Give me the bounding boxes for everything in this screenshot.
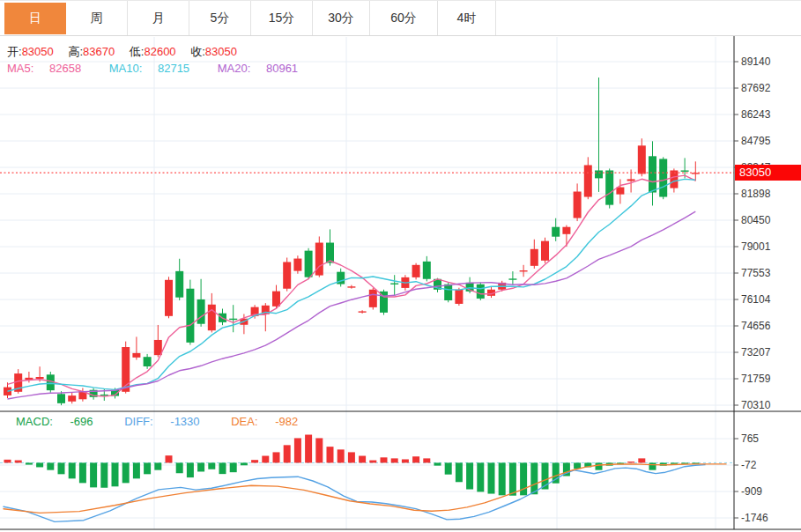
candle	[229, 305, 237, 332]
chart-canvas[interactable]: 8914087692862438479583347818988045079001…	[0, 0, 801, 532]
macd-bar	[36, 462, 43, 467]
candle	[78, 388, 86, 401]
macd-bar	[208, 462, 215, 469]
macd-bar	[100, 462, 108, 487]
candle	[595, 78, 603, 192]
macd-bar	[649, 462, 656, 469]
candle	[380, 290, 388, 315]
candle	[283, 258, 291, 292]
macd-bar	[456, 462, 463, 482]
price-axis-labels: 8914087692862438479583347818988045079001…	[734, 55, 771, 524]
candle	[359, 310, 367, 314]
candle	[347, 285, 355, 289]
candles	[4, 78, 700, 405]
macd-bar	[445, 462, 452, 474]
macd-bar	[197, 462, 204, 471]
macd-bar	[381, 457, 388, 462]
candle	[412, 263, 420, 280]
candle	[562, 225, 570, 247]
macd-bar	[122, 462, 130, 483]
candle	[477, 283, 485, 300]
candle	[369, 288, 377, 310]
macd-bar	[58, 462, 65, 474]
candle	[659, 157, 667, 199]
macd-bar	[15, 461, 22, 463]
macd-bar	[4, 460, 11, 463]
macd-bar	[671, 462, 678, 463]
axis-label: 77553	[741, 267, 771, 279]
macd-bar	[176, 462, 183, 473]
axis-label: 76104	[741, 293, 771, 306]
axis-label: 73207	[741, 346, 771, 358]
macd-bar	[219, 462, 226, 474]
candle	[165, 277, 173, 318]
macd-bar	[90, 462, 97, 487]
macd-bar	[327, 447, 334, 462]
axis-label: 81898	[741, 188, 771, 200]
candle	[305, 248, 313, 279]
candle	[638, 138, 646, 176]
candle	[530, 240, 538, 269]
axis-label: 87692	[741, 82, 771, 94]
macd-bar	[391, 458, 398, 462]
axis-label: 79001	[741, 240, 771, 253]
macd-bar	[348, 452, 355, 462]
axis-label: 86243	[741, 108, 771, 121]
macd-bar	[369, 461, 376, 463]
macd-bar	[488, 462, 495, 493]
macd-bar	[187, 462, 194, 477]
axis-label: -72	[741, 459, 757, 471]
axis-label: -1746	[741, 512, 768, 524]
macd-bar	[315, 438, 323, 462]
candle	[315, 236, 323, 277]
axis-label: 80450	[741, 214, 771, 226]
macd-bar	[241, 462, 248, 465]
axis-label: 765	[741, 432, 759, 445]
axis-label: 70310	[741, 399, 771, 411]
macd-bar	[466, 462, 473, 489]
candle	[541, 238, 549, 263]
candle	[649, 141, 656, 205]
candle	[132, 336, 140, 359]
candle	[520, 265, 528, 277]
macd-bar	[509, 462, 516, 495]
candle	[186, 280, 194, 345]
macd-bar	[284, 445, 291, 462]
candle	[616, 179, 624, 203]
macd-bar	[26, 462, 33, 464]
candle	[337, 269, 345, 287]
candle	[175, 259, 183, 300]
macd-bar	[133, 462, 140, 478]
macd-bar	[294, 438, 301, 462]
macd-bar	[423, 458, 430, 462]
candle	[25, 372, 33, 382]
gridlines	[0, 37, 734, 529]
candle	[219, 309, 226, 326]
macd-bar	[69, 462, 76, 478]
macd-bar	[477, 462, 484, 491]
candle	[423, 256, 431, 282]
macd-bar	[627, 462, 634, 462]
candle	[293, 255, 301, 274]
macd-bar	[79, 462, 86, 483]
macd-bar	[530, 462, 538, 494]
macd-bar	[596, 462, 603, 469]
diff-line	[4, 465, 705, 522]
macd-bar	[166, 455, 173, 462]
candle	[605, 168, 613, 208]
axis-label: 84795	[741, 135, 771, 147]
macd-bar	[154, 462, 161, 469]
axis-label: -909	[741, 485, 762, 498]
current-price-tag: 83050	[735, 165, 801, 181]
macd-bar	[499, 462, 506, 495]
macd-bar	[144, 462, 151, 474]
macd-bar	[230, 462, 237, 472]
axis-label: 74656	[741, 320, 771, 332]
macd-bar	[337, 449, 345, 462]
macd-bar	[412, 456, 419, 462]
macd-bar	[359, 456, 366, 463]
candle	[154, 325, 162, 357]
kline-app: 日 周 月 5分 15分 30分 60分 4时 8914087692862438…	[0, 0, 801, 532]
axis-label: 89140	[741, 55, 771, 68]
macd-bar	[305, 435, 312, 463]
